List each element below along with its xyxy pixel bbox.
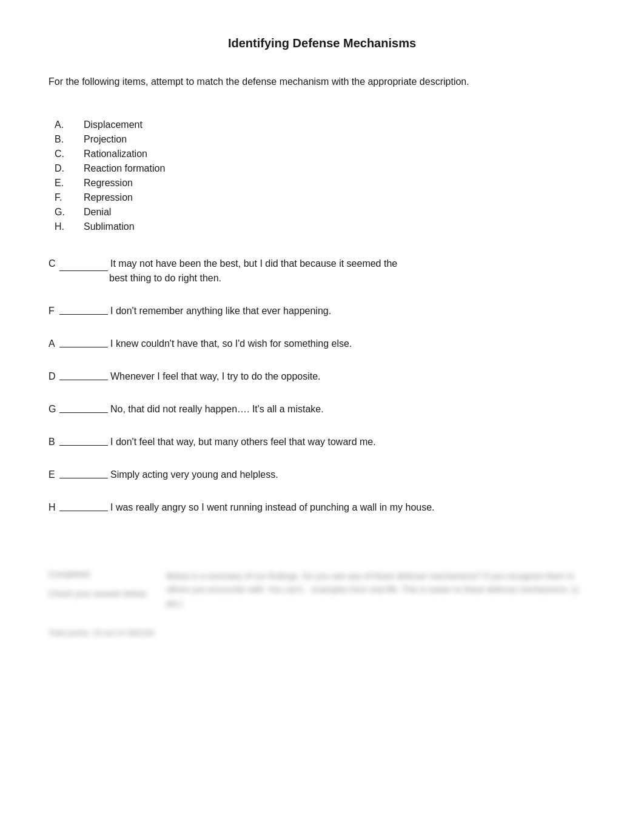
- list-item-letter: H.: [55, 221, 72, 232]
- blurred-footer: Total points: 15 out of 100/100: [49, 628, 595, 637]
- list-item-letter: A.: [55, 119, 72, 130]
- list-item: D. Reaction formation: [55, 163, 595, 174]
- question-sentence: I knew couldn't have that, so I'd wish f…: [110, 337, 595, 351]
- list-item: F. Repression: [55, 192, 595, 203]
- question-item: A I knew couldn't have that, so I'd wish…: [49, 337, 595, 351]
- question-sentence: Whenever I feel that way, I try to do th…: [110, 369, 595, 384]
- question-item: G No, that did not really happen…. It's …: [49, 402, 595, 417]
- list-item: B. Projection: [55, 134, 595, 145]
- question-letter: C: [49, 257, 59, 271]
- question-blank: [59, 468, 108, 478]
- question-blank: [59, 435, 108, 446]
- list-item-letter: F.: [55, 192, 72, 203]
- list-item-term: Denial: [84, 207, 111, 218]
- question-item: D Whenever I feel that way, I try to do …: [49, 369, 595, 384]
- question-blank: [59, 260, 108, 271]
- list-item-letter: D.: [55, 163, 72, 174]
- page-title: Identifying Defense Mechanisms: [49, 36, 595, 50]
- list-item-term: Reaction formation: [84, 163, 165, 174]
- question-letter: G: [49, 402, 59, 417]
- question-letter: B: [49, 435, 59, 449]
- list-item-letter: B.: [55, 134, 72, 145]
- question-item: F I don't remember anything like that ev…: [49, 304, 595, 318]
- question-letter: D: [49, 369, 59, 384]
- list-item-letter: G.: [55, 207, 72, 218]
- question-item: B I don't feel that way, but many others…: [49, 435, 595, 449]
- questions-section: C It may not have been the best, but I d…: [49, 257, 595, 515]
- list-item-term: Displacement: [84, 119, 143, 130]
- question-item: E Simply acting very young and helpless.: [49, 468, 595, 482]
- intro-text: For the following items, attempt to matc…: [49, 75, 503, 89]
- question-blank: [59, 402, 108, 413]
- list-item: A. Displacement: [55, 119, 595, 130]
- list-item: C. Rationalization: [55, 149, 595, 159]
- list-item-term: Regression: [84, 178, 133, 189]
- blurred-label: CompletedCheck your answer below:: [49, 569, 148, 610]
- list-item: H. Sublimation: [55, 221, 595, 232]
- question-letter: F: [49, 304, 59, 318]
- question-text: C It may not have been the best, but I d…: [49, 257, 397, 286]
- list-item-letter: E.: [55, 178, 72, 189]
- list-item-term: Sublimation: [84, 221, 135, 232]
- list-item: G. Denial: [55, 207, 595, 218]
- question-letter: A: [49, 337, 59, 351]
- list-item-term: Repression: [84, 192, 133, 203]
- question-blank: [59, 369, 108, 380]
- answer-key-list: A. Displacement B. Projection C. Rationa…: [49, 119, 595, 232]
- question-sentence: I was really angry so I went running ins…: [110, 500, 595, 515]
- question-sentence: I don't remember anything like that ever…: [110, 304, 595, 318]
- list-item-letter: C.: [55, 149, 72, 159]
- question-letter: E: [49, 468, 59, 482]
- list-item-term: Projection: [84, 134, 127, 145]
- question-letter: H: [49, 500, 59, 515]
- question-sentence: It may not have been the best, but I did…: [110, 257, 397, 271]
- blurred-content: CompletedCheck your answer below: Below …: [49, 569, 595, 610]
- list-item-term: Rationalization: [84, 149, 147, 159]
- question-blank: [59, 337, 108, 347]
- list-item: E. Regression: [55, 178, 595, 189]
- question-sentence: I don't feel that way, but many others f…: [110, 435, 595, 449]
- question-item: C It may not have been the best, but I d…: [49, 257, 595, 286]
- blurred-section: CompletedCheck your answer below: Below …: [49, 551, 595, 649]
- question-blank: [59, 500, 108, 511]
- question-sentence-cont: best thing to do right then.: [109, 273, 221, 283]
- question-sentence: No, that did not really happen…. It's al…: [110, 402, 595, 417]
- question-blank: [59, 304, 108, 315]
- blurred-text: Below is a summary of our findings. Do y…: [166, 569, 595, 610]
- question-item: H I was really angry so I went running i…: [49, 500, 595, 515]
- question-sentence: Simply acting very young and helpless.: [110, 468, 595, 482]
